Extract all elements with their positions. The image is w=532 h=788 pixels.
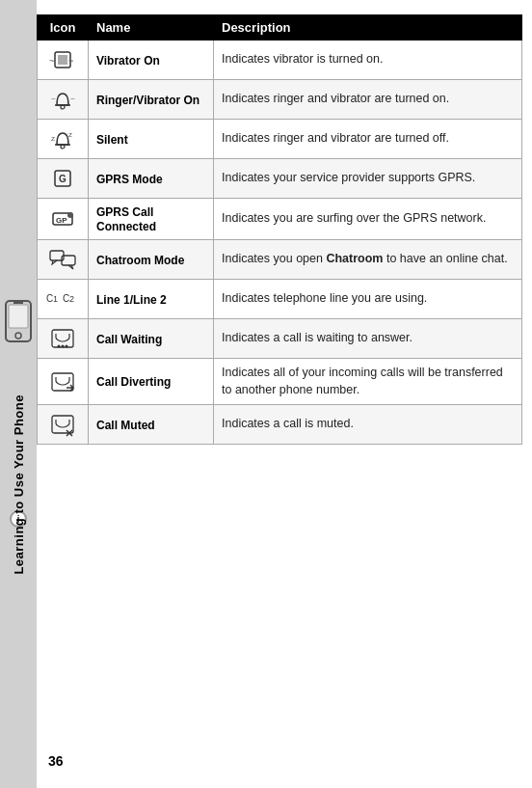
svg-point-8 xyxy=(61,105,65,109)
icon-cell-line12: C 1 C 2 xyxy=(38,280,89,319)
page-number: 36 xyxy=(48,753,64,769)
name-cell-call-muted: Call Muted xyxy=(89,405,214,445)
icon-cell-gprs-call: GP xyxy=(38,199,89,240)
desc-cell-silent: Indicates ringer and vibrator are turned… xyxy=(214,120,522,159)
svg-text:~: ~ xyxy=(70,95,75,103)
name-cell-line12: Line 1/Line 2 xyxy=(89,280,214,319)
call-diverting-icon xyxy=(47,368,78,395)
desc-cell-gprs-call: Indicates you are surfing over the GPRS … xyxy=(214,199,522,240)
icon-cell-call-muted xyxy=(38,405,89,445)
table-row: ~ ~ Vibrator On Indicates vibrator is tu… xyxy=(38,41,522,80)
table-row: Call Diverting Indicates all of your inc… xyxy=(38,359,522,405)
svg-point-28 xyxy=(66,345,68,348)
table-row: Chatroom Mode Indicates you open Chatroo… xyxy=(38,240,522,280)
name-cell-vibrator: Vibrator On xyxy=(89,41,214,80)
svg-rect-25 xyxy=(52,330,73,347)
call-muted-icon xyxy=(47,411,78,438)
line1-line2-icon: C 1 C 2 xyxy=(45,285,80,312)
name-cell-call-diverting: Call Diverting xyxy=(89,359,214,405)
svg-text:1: 1 xyxy=(53,294,58,304)
name-cell-call-waiting: Call Waiting xyxy=(89,319,214,359)
chatroom-link-text: Chatroom xyxy=(326,252,383,265)
name-cell-silent: Silent xyxy=(89,120,214,159)
icon-cell-silent: z z xyxy=(38,120,89,159)
gprs-mode-icon: G xyxy=(47,165,78,192)
desc-cell-call-diverting: Indicates all of your incoming calls wil… xyxy=(214,359,522,405)
svg-point-2 xyxy=(15,333,21,339)
svg-point-26 xyxy=(58,345,61,348)
icon-cell-chatroom xyxy=(38,240,89,280)
table-row: C 1 C 2 Line 1/Line 2 Indicates telepho xyxy=(38,280,522,319)
svg-text:~: ~ xyxy=(51,95,56,103)
icon-cell-gprs: G xyxy=(38,159,89,199)
desc-cell-chatroom: Indicates you open Chatroom to have an o… xyxy=(214,240,522,280)
svg-text:G: G xyxy=(59,174,66,184)
table-row: ~ ~ Ringer/Vibrator On Indicates ringer … xyxy=(38,80,522,120)
header-description: Description xyxy=(214,15,522,41)
svg-text:~: ~ xyxy=(68,56,73,66)
name-cell-gprs-call: GPRS Call Connected xyxy=(89,199,214,240)
svg-rect-6 xyxy=(58,55,67,65)
icon-cell-call-waiting xyxy=(38,319,89,359)
svg-text:GP: GP xyxy=(56,216,67,225)
phone-icon xyxy=(2,299,35,347)
svg-text:2: 2 xyxy=(69,294,74,304)
silent-icon: z z xyxy=(47,125,78,152)
table-row: Call Waiting Indicates a call is waiting… xyxy=(38,319,522,359)
icon-cell-vibrator: ~ ~ xyxy=(38,41,89,80)
desc-cell-call-waiting: Indicates a call is waiting to answer. xyxy=(214,319,522,359)
svg-text:~: ~ xyxy=(49,56,54,66)
desc-cell-vibrator: Indicates vibrator is turned on. xyxy=(214,41,522,80)
name-cell-gprs: GPRS Mode xyxy=(89,159,214,199)
name-cell-ringer-vibrator: Ringer/Vibrator On xyxy=(89,80,214,120)
table-row: GP GPRS Call Connected Indicates you are… xyxy=(38,199,522,240)
table-row: z z Silent Indicates ringer and vibrator… xyxy=(38,120,522,159)
page-container: i Learning to Use Your Phone 36 Icon Nam… xyxy=(0,0,532,788)
sidebar-tab: i Learning to Use Your Phone xyxy=(0,0,37,788)
table-row: Call Muted Indicates a call is muted. xyxy=(38,405,522,445)
chatroom-mode-icon xyxy=(47,246,78,273)
desc-cell-line12: Indicates telephone line you are using. xyxy=(214,280,522,319)
icon-cell-ringer-vibrator: ~ ~ xyxy=(38,80,89,120)
svg-point-18 xyxy=(67,212,73,218)
svg-point-27 xyxy=(62,345,65,348)
sidebar-label: Learning to Use Your Phone xyxy=(12,394,26,575)
desc-cell-call-muted: Indicates a call is muted. xyxy=(214,405,522,445)
header-name: Name xyxy=(89,15,214,41)
svg-rect-30 xyxy=(52,416,73,433)
gprs-call-connected-icon: GP xyxy=(47,205,78,232)
name-cell-chatroom: Chatroom Mode xyxy=(89,240,214,280)
main-content: Icon Name Description ~ ~ xyxy=(37,14,522,730)
svg-text:z: z xyxy=(51,134,55,143)
header-icon: Icon xyxy=(38,15,89,41)
svg-rect-1 xyxy=(9,305,28,328)
icon-reference-table: Icon Name Description ~ ~ xyxy=(37,14,522,445)
icon-cell-call-diverting xyxy=(38,359,89,405)
call-waiting-icon xyxy=(47,325,78,352)
table-row: G GPRS Mode Indicates your service provi… xyxy=(38,159,522,199)
vibrator-on-icon: ~ ~ xyxy=(47,46,78,73)
ringer-vibrator-icon: ~ ~ xyxy=(47,86,78,113)
svg-text:z: z xyxy=(68,130,72,139)
desc-cell-ringer-vibrator: Indicates ringer and vibrator are turned… xyxy=(214,80,522,120)
desc-cell-gprs: Indicates your service provider supports… xyxy=(214,159,522,199)
